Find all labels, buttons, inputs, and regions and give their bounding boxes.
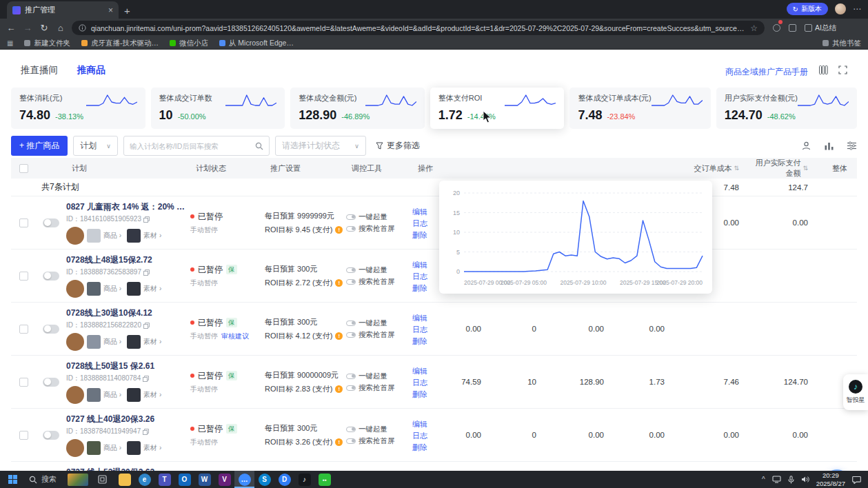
news-widget-thumbnail[interactable]	[68, 474, 88, 486]
plan-title[interactable]: 0827 儿童雨衣 14% 返：20% 保：9.92	[66, 201, 186, 213]
column-settings-icon[interactable]	[847, 141, 857, 151]
one-key-boost-label[interactable]: 一键起量	[359, 318, 387, 328]
plan-search[interactable]	[123, 136, 270, 156]
review-suggestion-link[interactable]: 审核建议	[221, 332, 249, 341]
col-plan[interactable]: 计划	[66, 163, 190, 174]
taskbar-search[interactable]: 搜索	[22, 471, 63, 488]
new-tab-button[interactable]: +	[124, 5, 130, 17]
col-setting[interactable]: 推广设置	[265, 163, 346, 174]
plan-title[interactable]: 0728线上50退15 保2.61	[66, 360, 186, 372]
search-screen-label[interactable]: 搜索抢首屏	[359, 330, 395, 340]
bookmark-item[interactable]: 虎牙直播-技术驱动…	[81, 39, 159, 48]
tray-chevron-up-icon[interactable]: ^	[762, 476, 765, 483]
copy-icon[interactable]	[143, 323, 150, 329]
search-input[interactable]	[130, 142, 251, 150]
taskbar-app-outlook[interactable]: O	[174, 471, 194, 488]
browser-tab[interactable]: 推广管理 ×	[7, 1, 119, 19]
material-link[interactable]: 素材 ›	[143, 231, 161, 241]
boost-toggle-icon[interactable]	[346, 427, 356, 432]
back-icon[interactable]: ←	[6, 23, 17, 33]
other-bookmarks[interactable]: 其他书签	[822, 39, 861, 48]
product-link[interactable]: 商品 ›	[103, 231, 121, 241]
extension-icon[interactable]	[773, 22, 780, 34]
tab-close-icon[interactable]: ×	[108, 6, 113, 15]
row-enable-toggle[interactable]	[43, 325, 59, 334]
home-icon[interactable]: ⌂	[55, 23, 66, 33]
row-checkbox[interactable]	[19, 378, 28, 387]
plan-title[interactable]: 0728线上48退15保2.72	[66, 254, 186, 266]
new-version-button[interactable]: ↻新版本	[787, 3, 828, 15]
material-link[interactable]: 素材 ›	[143, 443, 161, 453]
product-link[interactable]: 商品 ›	[103, 284, 121, 294]
bookmark-item[interactable]: 从 Microsoft Edge…	[219, 39, 294, 48]
product-link[interactable]: 商品 ›	[103, 337, 121, 347]
export-icon[interactable]	[801, 141, 811, 151]
layout-toggle-icon[interactable]	[819, 65, 828, 74]
row-enable-toggle[interactable]	[43, 272, 59, 281]
copy-icon[interactable]	[143, 376, 149, 382]
select-all-checkbox[interactable]	[19, 164, 28, 173]
row-checkbox[interactable]	[19, 325, 28, 334]
fullscreen-icon[interactable]	[838, 65, 847, 74]
warning-icon[interactable]: !	[335, 438, 343, 446]
material-link[interactable]: 素材 ›	[143, 390, 161, 400]
search-toggle-icon[interactable]	[346, 332, 356, 338]
tab-products[interactable]: 推商品	[77, 64, 105, 77]
taskbar-app-wechat[interactable]: ●●	[314, 471, 334, 488]
collections-grid-icon[interactable]: ▦	[7, 39, 13, 47]
boost-toggle-icon[interactable]	[346, 374, 356, 379]
metric-card[interactable]: 整体成交订单数 10 -50.00%	[151, 88, 285, 129]
one-key-boost-label[interactable]: 一键起量	[359, 425, 387, 434]
edit-link[interactable]: 编辑	[412, 313, 448, 323]
metric-card[interactable]: 整体成交订单成本(元) 7.48 -23.84%	[569, 88, 710, 129]
one-key-boost-label[interactable]: 一键起量	[359, 372, 387, 381]
delete-link[interactable]: 删除	[412, 389, 448, 400]
boost-toggle-icon[interactable]	[346, 214, 356, 220]
row-checkbox[interactable]	[19, 431, 28, 440]
one-key-boost-label[interactable]: 一键起量	[359, 212, 387, 222]
promote-product-button[interactable]: + 推广商品	[11, 136, 68, 156]
sort-icon[interactable]: ⇅	[734, 165, 739, 172]
product-link[interactable]: 商品 ›	[103, 390, 121, 400]
profile-avatar[interactable]	[835, 3, 846, 14]
row-enable-toggle[interactable]	[43, 218, 59, 227]
display-icon[interactable]	[772, 476, 781, 483]
row-enable-toggle[interactable]	[43, 378, 59, 387]
plan-title[interactable]: 0728线上30退10保4.12	[66, 307, 186, 319]
metric-card[interactable]: 整体支付ROI 1.72 -14.43%	[430, 88, 565, 129]
copy-icon[interactable]	[143, 429, 149, 435]
search-screen-label[interactable]: 搜索抢首屏	[359, 224, 395, 234]
search-toggle-icon[interactable]	[346, 279, 356, 285]
material-link[interactable]: 素材 ›	[143, 337, 161, 347]
search-screen-label[interactable]: 搜索抢首屏	[359, 383, 395, 393]
warning-icon[interactable]: !	[335, 279, 343, 287]
warning-icon[interactable]: !	[335, 226, 343, 234]
col-user-paid[interactable]: 用户实际支付金额⇅	[749, 158, 818, 179]
warning-icon[interactable]: !	[335, 385, 343, 393]
log-link[interactable]: 日志	[412, 325, 448, 335]
bookmark-item[interactable]: 新建文件夹	[24, 39, 70, 48]
ai-summary-button[interactable]: AI总结	[805, 23, 836, 33]
taskbar-app-teams[interactable]: T	[154, 471, 174, 488]
one-key-boost-label[interactable]: 一键起量	[359, 265, 387, 275]
product-manual-link[interactable]: 商品全域推广产品手册	[725, 66, 808, 78]
search-toggle-icon[interactable]	[346, 385, 356, 391]
log-link[interactable]: 日志	[412, 378, 448, 388]
taskbar-app-chat[interactable]: …	[234, 471, 254, 488]
search-toggle-icon[interactable]	[346, 226, 356, 232]
plan-title[interactable]: 0727 线上40退20保3.26	[66, 414, 186, 425]
start-button[interactable]	[3, 471, 22, 488]
edit-link[interactable]: 编辑	[412, 366, 448, 376]
assistant-widget[interactable]: ♪ 智投星	[843, 374, 868, 410]
material-link[interactable]: 素材 ›	[143, 284, 161, 294]
copy-icon[interactable]	[143, 216, 150, 223]
page-info-icon[interactable]	[79, 24, 86, 32]
delete-link[interactable]: 删除	[412, 336, 448, 347]
col-ops[interactable]: 操作	[412, 163, 448, 174]
metric-card[interactable]: 整体消耗(元) 74.80 -38.13%	[11, 88, 145, 129]
taskbar-app-file-explorer[interactable]	[114, 471, 134, 488]
warning-icon[interactable]: !	[335, 332, 343, 340]
taskbar-app-skype[interactable]: S	[254, 471, 274, 488]
copy-icon[interactable]	[143, 270, 150, 276]
taskbar-clock[interactable]: 20:29 2025/8/27	[816, 471, 845, 488]
